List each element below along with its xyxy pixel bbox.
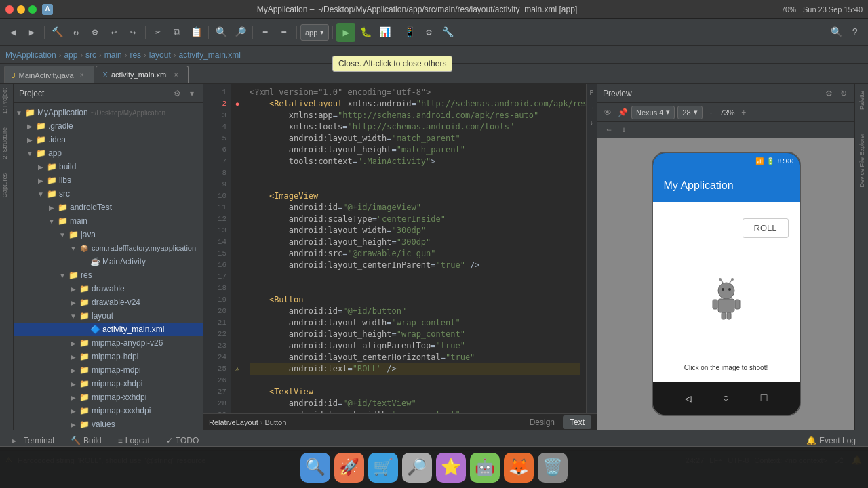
search-everywhere-button[interactable]: 🔍: [827, 24, 845, 41]
nav-forward-button[interactable]: ➡: [275, 24, 293, 41]
breadcrumb-item-xml[interactable]: activity_main.xml: [178, 50, 240, 60]
dock-spotlight[interactable]: 🔎: [402, 453, 432, 483]
preview-zoom-in-icon[interactable]: +: [738, 106, 750, 119]
tab-mainactivity-close[interactable]: ×: [77, 70, 87, 80]
tree-item-libs[interactable]: ▶ 📁 libs: [14, 174, 203, 187]
dock-finder[interactable]: 🔍: [300, 453, 330, 483]
cut-button[interactable]: ✂: [149, 24, 167, 41]
preview-down-arrow-icon[interactable]: ⇓: [618, 124, 630, 136]
preview-settings-icon[interactable]: ⚙: [823, 88, 834, 99]
palette-arrow-down[interactable]: ↓: [586, 117, 597, 129]
redo-button[interactable]: ↪: [124, 24, 142, 41]
breadcrumb-item-src[interactable]: app: [64, 50, 77, 60]
settings-button[interactable]: 🔧: [439, 24, 456, 41]
tree-item-java[interactable]: ▼ 📁 java: [14, 228, 203, 241]
tree-item-mipmap-hdpi[interactable]: ▶ 📁 mipmap-hdpi: [14, 350, 203, 363]
zoom-in-button[interactable]: 🔍: [212, 24, 230, 41]
tree-item-androidtest[interactable]: ▶ 📁 androidTest: [14, 201, 203, 214]
tree-item-app[interactable]: ▼ 📁 app: [14, 146, 203, 160]
project-panel-label[interactable]: 1: Project: [0, 84, 13, 118]
tree-item-package[interactable]: ▼ 📦 com.radefffactory.myapplication: [14, 241, 203, 255]
device-file-label[interactable]: Device File Explorer: [857, 129, 867, 192]
captures-panel-label[interactable]: Captures: [0, 169, 13, 202]
copy-button[interactable]: ⧉: [168, 24, 186, 41]
phone-bottom-text: Click on the image to shoot!: [684, 364, 768, 371]
panel-settings-icon[interactable]: ⚙: [172, 88, 182, 99]
debug-button[interactable]: 🐛: [357, 24, 374, 41]
help-button[interactable]: ?: [846, 24, 864, 41]
tree-item-main[interactable]: ▼ 📁 main: [14, 214, 203, 228]
palette-icon[interactable]: P: [586, 87, 597, 99]
tree-item-drawable[interactable]: ▶ 📁 drawable: [14, 282, 203, 296]
tree-item-src[interactable]: ▼ 📁 src: [14, 187, 203, 201]
tree-item-mipmap-xhdpi[interactable]: ▶ 📁 mipmap-xhdpi: [14, 377, 203, 390]
app-dropdown[interactable]: app ▾: [300, 24, 329, 41]
phone-back-icon[interactable]: ◁: [685, 392, 692, 405]
breadcrumb-item-res[interactable]: main: [104, 50, 122, 60]
panel-dropdown-icon[interactable]: ▾: [186, 88, 197, 99]
preview-pin-icon[interactable]: 📌: [616, 106, 629, 119]
tree-item-mipmap-xxhdpi[interactable]: ▶ 📁 mipmap-xxhdpi: [14, 390, 203, 404]
device-dropdown[interactable]: Nexus 4 ▾: [631, 106, 675, 119]
tab-design[interactable]: Design: [523, 415, 561, 429]
zoom-out-button[interactable]: 🔎: [231, 24, 249, 41]
tree-item-values[interactable]: ▶ 📁 values: [14, 418, 203, 430]
preview-refresh-icon[interactable]: ↻: [838, 88, 849, 99]
phone-roll-button[interactable]: ROLL: [743, 218, 789, 238]
minimize-button[interactable]: [17, 5, 25, 14]
tab-text[interactable]: Text: [563, 415, 591, 429]
tree-item-gradle[interactable]: ▶ 📁 .gradle: [14, 119, 203, 133]
dock-firefox[interactable]: 🦊: [504, 453, 534, 483]
tree-item-layout[interactable]: ▼ 📁 layout: [14, 309, 203, 323]
dock-star[interactable]: ⭐: [436, 453, 466, 483]
breadcrumb-relativelayout[interactable]: RelativeLayout: [209, 418, 258, 426]
tree-item-mainactivity[interactable]: ▶ ☕ MainActivity: [14, 255, 203, 268]
preview-eye-icon[interactable]: 👁: [601, 106, 614, 119]
dock-trash[interactable]: 🗑️: [538, 453, 568, 483]
breadcrumb-item-file[interactable]: layout: [149, 50, 171, 60]
back-button[interactable]: ◀: [4, 24, 22, 41]
nav-back-button[interactable]: ⬅: [256, 24, 274, 41]
editor-content[interactable]: 1 2 3 4 5 6 7 8 9 10 11 12 13 14 15 16 1…: [203, 84, 597, 413]
preview-left-arrow-icon[interactable]: ⇐: [603, 124, 615, 136]
run-button[interactable]: ▶: [336, 23, 355, 42]
phone-home-icon[interactable]: ○: [723, 392, 730, 405]
dock-launchpad[interactable]: 🚀: [334, 453, 364, 483]
palette-label[interactable]: Palette: [857, 87, 867, 114]
breadcrumb-item-main[interactable]: src: [85, 50, 96, 60]
tree-item-drawable-v24[interactable]: ▶ 📁 drawable-v24: [14, 296, 203, 309]
tree-item-mipmap-mdpi[interactable]: ▶ 📁 mipmap-mdpi: [14, 363, 203, 377]
tree-item-mipmap-anydpi[interactable]: ▶ 📁 mipmap-anydpi-v26: [14, 336, 203, 350]
undo-button[interactable]: ↩: [105, 24, 123, 41]
tab-mainactivity[interactable]: J MainActivity.java ×: [4, 66, 94, 83]
tree-item-build[interactable]: ▶ 📁 build: [14, 160, 203, 174]
tree-item-activity-xml[interactable]: ▶ 🔷 activity_main.xml: [14, 323, 203, 336]
structure-panel-label[interactable]: 2: Structure: [0, 123, 13, 163]
tab-activity-xml[interactable]: X activity_main.xml ×: [96, 66, 189, 83]
paste-button[interactable]: 📋: [187, 24, 205, 41]
forward-button[interactable]: ▶: [23, 24, 41, 41]
api-dropdown[interactable]: 28 ▾: [677, 106, 702, 119]
tree-item-myapplication[interactable]: ▼ 📁 MyApplication ~/Desktop/MyApplicatio…: [14, 106, 203, 119]
preview-zoom-out-icon[interactable]: -: [705, 106, 717, 119]
profile-button[interactable]: 📊: [376, 24, 393, 41]
code-editor[interactable]: <?xml version="1.0" encoding="utf-8"> <R…: [244, 84, 586, 413]
maximize-button[interactable]: [28, 5, 37, 14]
avd-button[interactable]: 📱: [401, 24, 418, 41]
tab-activity-xml-close[interactable]: ×: [172, 70, 181, 79]
build-button[interactable]: 🔨: [48, 24, 66, 41]
breadcrumb-button[interactable]: Button: [264, 418, 286, 426]
phone-recent-icon[interactable]: □: [761, 392, 768, 405]
tree-item-res[interactable]: ▼ 📁 res: [14, 268, 203, 282]
sdk-button[interactable]: ⚙: [420, 24, 437, 41]
tree-item-mipmap-xxxhdpi[interactable]: ▶ 📁 mipmap-xxxhdpi: [14, 404, 203, 418]
dock-android[interactable]: 🤖: [470, 453, 500, 483]
palette-arrow-right[interactable]: →: [586, 102, 597, 114]
close-button[interactable]: [5, 5, 14, 14]
run-config-button[interactable]: ⚙: [86, 24, 104, 41]
breadcrumb-item-layout[interactable]: res: [130, 50, 141, 60]
breadcrumb-item-app[interactable]: MyApplication: [5, 50, 56, 60]
sync-button[interactable]: ↻: [67, 24, 85, 41]
tree-item-idea[interactable]: ▶ 📁 .idea: [14, 133, 203, 146]
dock-appstore[interactable]: 🛒: [368, 453, 398, 483]
